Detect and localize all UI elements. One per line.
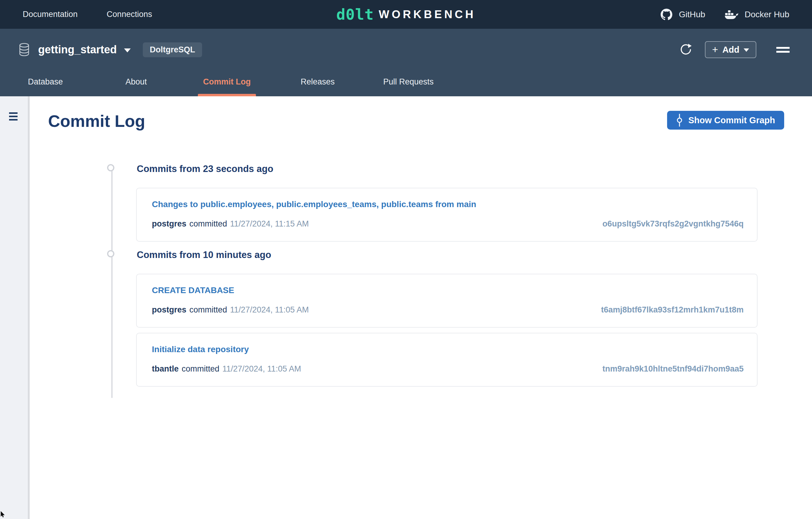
- commit-card: Initialize data repository tbantle commi…: [136, 333, 758, 387]
- header-menu-button[interactable]: [776, 45, 790, 55]
- commit-date: 11/27/2024, 11:05 AM: [230, 305, 309, 315]
- tab-commit-log[interactable]: Commit Log: [181, 67, 272, 96]
- commit-action-text: committed: [190, 219, 227, 228]
- refresh-button[interactable]: [679, 43, 692, 56]
- content-area: Commit Log Show Commit Graph Commits fro…: [0, 96, 812, 519]
- commit-author: tbantle: [152, 364, 179, 374]
- commit-message-link[interactable]: CREATE DATABASE: [152, 286, 234, 295]
- github-icon: [660, 8, 673, 21]
- database-selector[interactable]: getting_started: [30, 43, 131, 56]
- commit-meta-row: tbantle committed 11/27/2024, 11:05 AM t…: [152, 364, 744, 374]
- add-button[interactable]: + Add: [705, 41, 756, 58]
- show-commit-graph-button[interactable]: Show Commit Graph: [667, 111, 784, 130]
- commit-graph-icon: [676, 114, 683, 127]
- left-sidebar: [0, 96, 30, 519]
- commit-message-link[interactable]: Initialize data repository: [152, 345, 249, 354]
- timeline-dot: [107, 250, 114, 257]
- chevron-down-icon: [744, 49, 749, 52]
- commit-card: CREATE DATABASE postgres committed 11/27…: [136, 274, 758, 328]
- sidebar-toggle-button[interactable]: [9, 112, 18, 120]
- github-link-label: GitHub: [679, 10, 705, 19]
- commit-hash[interactable]: t6amj8btf67lka93sf12mrh1km7u1t8m: [601, 305, 744, 315]
- commit-action-text: committed: [190, 305, 227, 315]
- hamburger-icon: [776, 47, 790, 53]
- database-header: getting_started DoltgreSQL + Add: [0, 29, 812, 96]
- dolt-workbench-logo[interactable]: d0lt WORKBENCH: [336, 7, 475, 22]
- database-type-badge: DoltgreSQL: [143, 43, 202, 57]
- hamburger-icon: [9, 112, 18, 120]
- timeline-line: [111, 169, 113, 398]
- tab-releases-label: Releases: [301, 77, 335, 87]
- mouse-cursor-icon: [1, 511, 5, 519]
- commit-action-text: committed: [182, 364, 220, 374]
- logo-brand-text: d0lt: [336, 7, 374, 22]
- plus-icon: +: [712, 44, 718, 55]
- commit-group-header: Commits from 23 seconds ago: [137, 164, 812, 173]
- docker-icon: [725, 9, 738, 20]
- nav-connections-link[interactable]: Connections: [107, 10, 152, 19]
- commit-author: postgres: [152, 219, 186, 228]
- commit-author: postgres: [152, 305, 186, 315]
- database-name: getting_started: [38, 43, 117, 56]
- commit-message-link[interactable]: Changes to public.employees, public.empl…: [152, 200, 476, 209]
- tab-pull-requests-label: Pull Requests: [383, 77, 434, 87]
- tab-about[interactable]: About: [91, 67, 181, 96]
- tab-pull-requests[interactable]: Pull Requests: [363, 67, 454, 96]
- tab-about-label: About: [125, 77, 147, 87]
- docker-hub-link[interactable]: Docker Hub: [725, 9, 789, 20]
- tab-database[interactable]: Database: [0, 67, 91, 96]
- commit-log-page: Commit Log Show Commit Graph Commits fro…: [30, 96, 812, 519]
- database-tabs: Database About Commit Log Releases Pull …: [0, 67, 812, 96]
- logo-suffix-text: WORKBENCH: [379, 9, 476, 20]
- commit-list: Commits from 23 seconds ago Changes to p…: [30, 164, 812, 387]
- tab-releases[interactable]: Releases: [272, 67, 363, 96]
- commit-hash[interactable]: o6upsltg5vk73rqfs2g2vgntkhg7546q: [602, 219, 744, 228]
- commit-hash[interactable]: tnm9rah9k10hltne5tnf94di7hom9aa5: [602, 364, 744, 374]
- commit-meta-row: postgres committed 11/27/2024, 11:05 AM …: [152, 305, 744, 315]
- top-nav-links: Documentation Connections: [23, 10, 152, 19]
- commit-group-header: Commits from 10 minutes ago: [137, 250, 812, 260]
- refresh-icon: [679, 43, 692, 56]
- add-button-label: Add: [722, 45, 740, 55]
- tab-commit-log-label: Commit Log: [203, 77, 251, 87]
- show-commit-graph-label: Show Commit Graph: [688, 115, 775, 125]
- tab-database-label: Database: [28, 77, 63, 87]
- commit-meta-row: postgres committed 11/27/2024, 11:15 AM …: [152, 219, 744, 228]
- chevron-down-icon: [124, 49, 131, 52]
- commit-card: Changes to public.employees, public.empl…: [136, 188, 758, 242]
- nav-documentation-link[interactable]: Documentation: [23, 10, 78, 19]
- header-controls: + Add: [679, 41, 790, 58]
- commit-date: 11/27/2024, 11:05 AM: [222, 364, 301, 374]
- github-link[interactable]: GitHub: [660, 8, 705, 21]
- commit-date: 11/27/2024, 11:15 AM: [230, 219, 309, 228]
- active-tab-underline: [198, 94, 256, 96]
- top-nav-bar: Documentation Connections d0lt WORKBENCH…: [0, 0, 812, 29]
- database-breadcrumb-row: getting_started DoltgreSQL + Add: [0, 29, 812, 67]
- docker-hub-link-label: Docker Hub: [745, 10, 789, 19]
- database-icon: [19, 43, 30, 57]
- top-nav-external-links: GitHub Docker Hub: [660, 8, 789, 21]
- timeline-dot: [107, 164, 114, 171]
